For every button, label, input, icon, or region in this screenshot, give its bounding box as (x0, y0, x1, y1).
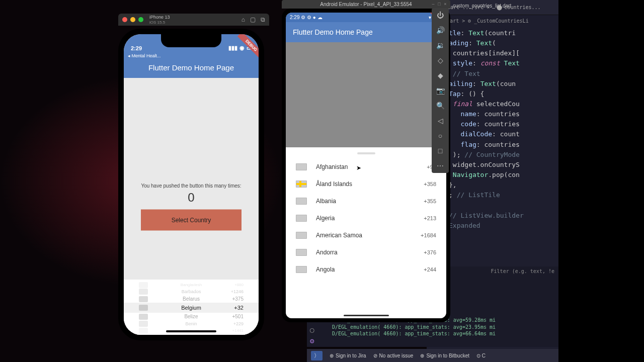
notch (161, 34, 221, 47)
emulator-tool-button[interactable]: 📷 (436, 86, 445, 95)
close-icon[interactable]: × (443, 2, 447, 6)
minimize-icon[interactable]: – (431, 2, 435, 6)
emulator-tool-button[interactable]: ⏻ (437, 11, 444, 19)
picker-row[interactable]: Belize+501 (124, 313, 259, 320)
device-name: iPhone 13 iOS 15.5 (149, 15, 170, 25)
emulator-toolbar: ⏻🔊🔉◇◆📷🔍◁○□⋯ (432, 8, 449, 173)
remote-button[interactable]: 〉 (311, 351, 323, 360)
flag-icon (296, 163, 307, 170)
counter-value: 0 (134, 190, 249, 204)
emulator-tool-button[interactable]: ◁ (438, 117, 443, 125)
home-icon[interactable]: ⌂ (242, 16, 245, 23)
emulator-tool-button[interactable]: ◇ (438, 56, 443, 64)
ios-simulator: iPhone 13 iOS 15.5 ⌂ ▢ ⧉ DEBUG 2:29 ▮▮▮◉… (118, 14, 269, 345)
picker-row[interactable]: Belgium+32 (124, 303, 259, 313)
flag-icon (296, 249, 307, 256)
filter-input[interactable]: Filter (e.g. text, !e (491, 268, 554, 274)
emulator-tool-button[interactable]: ◆ (438, 71, 443, 79)
emulator-tool-button[interactable]: 🔍 (436, 102, 445, 110)
picker-row[interactable]: Belarus+375 (124, 295, 259, 303)
emulator-tool-button[interactable]: □ (438, 147, 442, 155)
home-indicator[interactable] (344, 315, 389, 316)
home-indicator[interactable] (166, 330, 216, 332)
flag-icon (296, 215, 307, 222)
wifi-icon: ▾ (429, 15, 431, 20)
jira-signin[interactable]: ⊕ Sign in to Jira (330, 353, 366, 358)
android-status-bar: 2:29 ⚙ ⚙ ● ☁ ▾◢▮ (286, 13, 446, 22)
profile-icon[interactable]: ◯ (310, 326, 314, 334)
flag-icon (296, 232, 307, 239)
emulator-tool-button[interactable]: 🔊 (436, 26, 445, 34)
status-extra[interactable]: ⊙ C (476, 353, 486, 358)
screenshot-icon[interactable]: ▢ (250, 16, 256, 23)
window-icon[interactable]: ⧉ (261, 16, 265, 23)
country-row[interactable]: Åland Islands+358 (286, 175, 446, 193)
cursor-icon: ➤ (356, 164, 361, 171)
maximize-icon[interactable] (138, 17, 143, 22)
settings-icon[interactable]: ⚙ (310, 337, 314, 345)
counter-label: You have pushed the button this many tim… (134, 183, 249, 188)
top-file-label: custom_countries_list.dart (453, 3, 511, 9)
sheet-handle[interactable] (357, 152, 375, 154)
minimize-icon[interactable] (130, 17, 135, 22)
signal-icon: ▮▮▮ (228, 45, 237, 51)
country-row[interactable]: Andorra+376 (286, 244, 446, 261)
bitbucket-signin[interactable]: ⊕ Sign in to Bitbucket (420, 353, 469, 358)
emulator-tool-button[interactable]: ⋯ (437, 162, 444, 170)
picker-row[interactable]: Barbados+1246 (124, 288, 259, 295)
emulator-tool-button[interactable]: 🔉 (436, 41, 445, 49)
active-issue[interactable]: ⊘ No active issue (373, 353, 414, 358)
log-line: D/EGL_emulation( 4660): app_time_stats: … (332, 324, 558, 331)
wifi-icon: ◉ (239, 45, 245, 51)
picker-row[interactable]: Benin+229 (124, 320, 259, 327)
country-picker[interactable]: Bangladesh+880Barbados+1246Belarus+375Be… (124, 280, 259, 335)
ios-appbar-title: Flutter Demo Home Page (124, 59, 259, 78)
country-row[interactable]: American Samoa+1684 (286, 227, 446, 244)
country-row[interactable]: Angola+244 (286, 261, 446, 278)
flag-icon (296, 266, 307, 273)
select-country-button[interactable]: Select Country (141, 209, 242, 230)
country-bottom-sheet[interactable]: ➤ Afghanistan+93Åland Islands+358Albania… (286, 147, 446, 318)
flag-icon (296, 180, 307, 188)
log-line: D/EGL_emulation( 4660): app_time_stats: … (332, 330, 558, 337)
maximize-icon[interactable]: □ (437, 2, 441, 6)
close-icon[interactable] (122, 17, 127, 22)
country-row[interactable]: Albania+355 (286, 193, 446, 210)
ios-back-link[interactable]: ◂ Mental Healt... (124, 52, 259, 59)
android-appbar-title: Flutter Demo Home Page (286, 22, 446, 42)
android-titlebar: Android Emulator - Pixel_4_API_33:5554 –… (282, 0, 450, 9)
country-row[interactable]: Algeria+213 (286, 210, 446, 227)
ios-titlebar: iPhone 13 iOS 15.5 ⌂ ▢ ⧉ (118, 14, 269, 26)
android-emulator: Android Emulator - Pixel_4_API_33:5554 –… (282, 0, 450, 322)
country-row[interactable]: Afghanistan+93 (286, 158, 446, 175)
picker-row[interactable]: Bangladesh+880 (124, 282, 259, 288)
flag-icon (296, 198, 307, 205)
emulator-tool-button[interactable]: ○ (438, 132, 442, 140)
status-bar: 〉 ⊕ Sign in to Jira ⊘ No active issue ⊕ … (307, 349, 558, 362)
